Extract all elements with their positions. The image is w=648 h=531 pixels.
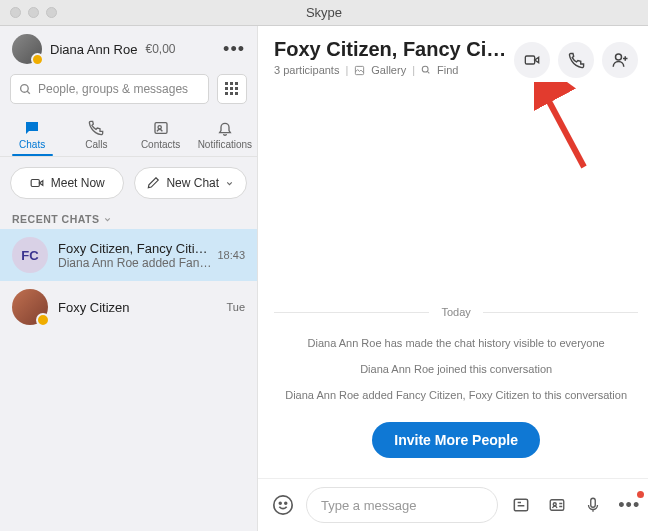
composer: Type a message ••• — [258, 478, 648, 531]
svg-point-6 — [422, 66, 428, 72]
tab-calls[interactable]: Calls — [64, 114, 128, 156]
contacts-icon — [129, 118, 193, 137]
chevron-down-icon — [225, 179, 234, 188]
chat-time: 18:43 — [217, 249, 245, 261]
search-icon — [421, 65, 431, 75]
video-call-button[interactable] — [514, 42, 550, 78]
system-message: Diana Ann Roe added Fancy Citizen, Foxy … — [274, 389, 638, 401]
more-icon[interactable]: ••• — [223, 39, 245, 60]
conversation-header: Foxy Citizen, Fancy Ci… 3 participants |… — [258, 26, 648, 86]
svg-line-7 — [427, 71, 429, 73]
window-title: Skype — [0, 5, 648, 20]
chat-icon — [0, 118, 64, 137]
svg-point-16 — [554, 503, 557, 506]
nav-tabs: Chats Calls Contacts Notifications — [0, 110, 257, 157]
microphone-icon — [584, 495, 602, 515]
voice-message-button[interactable] — [580, 492, 606, 518]
contact-avatar — [12, 289, 48, 325]
find-link[interactable]: Find — [437, 64, 458, 76]
phone-icon — [568, 52, 585, 69]
profile-row: Diana Ann Roe €0,00 ••• — [0, 26, 257, 68]
file-icon — [511, 495, 531, 515]
smile-icon — [272, 494, 294, 516]
sidebar: Diana Ann Roe €0,00 ••• People, groups &… — [0, 26, 258, 531]
group-avatar: FC — [12, 237, 48, 273]
svg-point-11 — [274, 496, 292, 514]
user-avatar[interactable] — [12, 34, 42, 64]
add-user-icon — [611, 51, 629, 69]
search-input[interactable]: People, groups & messages — [10, 74, 209, 104]
search-icon — [19, 83, 32, 96]
message-input[interactable]: Type a message — [306, 487, 498, 523]
contact-card-icon — [547, 496, 567, 514]
date-separator: Today — [274, 306, 638, 318]
tab-chats[interactable]: Chats — [0, 114, 64, 156]
tab-notifications[interactable]: Notifications — [193, 114, 257, 156]
profile-name[interactable]: Diana Ann Roe — [50, 42, 137, 57]
conversation-pane: Foxy Citizen, Fancy Ci… 3 participants |… — [258, 26, 648, 531]
gallery-icon — [354, 65, 365, 76]
participants-count[interactable]: 3 participants — [274, 64, 339, 76]
share-contact-button[interactable] — [544, 492, 570, 518]
attach-file-button[interactable] — [508, 492, 534, 518]
chat-list-item[interactable]: FC Foxy Citizen, Fancy Citizen Diana Ann… — [0, 229, 257, 281]
message-area: Today Diana Ann Roe has made the chat hi… — [258, 86, 648, 478]
invite-more-button[interactable]: Invite More People — [372, 422, 540, 458]
svg-point-0 — [21, 84, 29, 92]
svg-line-1 — [27, 91, 30, 94]
chat-preview: Diana Ann Roe added Fancy … — [58, 256, 211, 270]
add-participant-button[interactable] — [602, 42, 638, 78]
dialpad-icon — [225, 82, 239, 96]
video-icon — [523, 52, 541, 68]
system-message: Diana Ann Roe has made the chat history … — [274, 337, 638, 349]
svg-point-9 — [616, 54, 622, 60]
gallery-link[interactable]: Gallery — [371, 64, 406, 76]
svg-point-3 — [158, 125, 161, 128]
chevron-down-icon — [103, 215, 112, 224]
svg-rect-8 — [526, 56, 535, 64]
window-titlebar: Skype — [0, 0, 648, 26]
svg-point-12 — [279, 502, 281, 504]
emoji-button[interactable] — [270, 492, 296, 518]
dialpad-button[interactable] — [217, 74, 247, 104]
chat-title: Foxy Citizen — [58, 300, 220, 315]
conversation-title[interactable]: Foxy Citizen, Fancy Ci… — [274, 38, 506, 61]
message-placeholder: Type a message — [321, 498, 416, 513]
chat-time: Tue — [226, 301, 245, 313]
meet-now-button[interactable]: Meet Now — [10, 167, 124, 199]
svg-rect-14 — [515, 499, 528, 511]
phone-icon — [64, 118, 128, 137]
video-icon — [29, 176, 45, 190]
more-options-button[interactable]: ••• — [616, 492, 642, 518]
svg-rect-4 — [31, 180, 39, 187]
chat-title: Foxy Citizen, Fancy Citizen — [58, 241, 211, 256]
recent-chats-header[interactable]: RECENT CHATS — [0, 209, 257, 229]
tab-contacts[interactable]: Contacts — [129, 114, 193, 156]
search-placeholder: People, groups & messages — [38, 82, 188, 96]
svg-rect-15 — [551, 500, 565, 511]
chat-list-item[interactable]: Foxy Citizen Tue — [0, 281, 257, 333]
compose-icon — [146, 176, 160, 190]
balance[interactable]: €0,00 — [145, 42, 175, 56]
system-message: Diana Ann Roe joined this conversation — [274, 363, 638, 375]
svg-rect-17 — [591, 498, 596, 507]
bell-icon — [193, 118, 257, 137]
audio-call-button[interactable] — [558, 42, 594, 78]
new-chat-button[interactable]: New Chat — [134, 167, 248, 199]
svg-point-13 — [285, 502, 287, 504]
